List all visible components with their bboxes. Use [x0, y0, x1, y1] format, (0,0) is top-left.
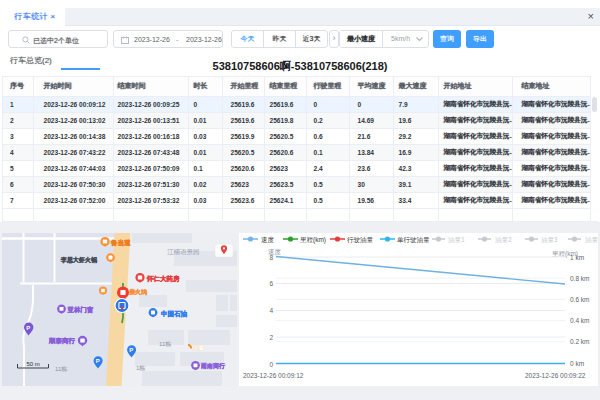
- svg-text:P: P: [26, 325, 30, 331]
- svg-text:速度: 速度: [261, 236, 275, 244]
- svg-text:油量2: 油量2: [495, 236, 512, 244]
- svg-text:0.4 km: 0.4 km: [570, 317, 590, 324]
- svg-text:0 km: 0 km: [570, 360, 584, 367]
- svg-text:50 m: 50 m: [27, 361, 40, 367]
- svg-text:油量1: 油量1: [448, 236, 465, 244]
- svg-text:2023-12-26 00:09:22: 2023-12-26 00:09:22: [525, 372, 586, 379]
- svg-text:里程(km): 里程(km): [300, 236, 326, 244]
- svg-text:4: 4: [269, 307, 273, 314]
- svg-text:中国石油: 中国石油: [161, 310, 188, 318]
- svg-text:1栋: 1栋: [136, 365, 145, 372]
- svg-text:亚林门窗: 亚林门窗: [67, 306, 94, 314]
- svg-text:P: P: [96, 358, 100, 364]
- svg-text:P: P: [129, 347, 133, 353]
- svg-text:11栋: 11栋: [159, 341, 171, 348]
- svg-text:0.6 km: 0.6 km: [570, 296, 590, 303]
- svg-text:油量3: 油量3: [541, 236, 558, 244]
- svg-text:李思大虾火锅: 李思大虾火锅: [60, 256, 97, 264]
- svg-text:8: 8: [269, 254, 273, 261]
- svg-text:2023-12-26 00:09:12: 2023-12-26 00:09:12: [243, 372, 304, 379]
- svg-text:6: 6: [269, 280, 273, 287]
- svg-text:1 km: 1 km: [570, 254, 584, 261]
- svg-text:雨南商行: 雨南商行: [200, 362, 225, 370]
- svg-text:0: 0: [269, 361, 273, 368]
- svg-text:0.2 km: 0.2 km: [570, 338, 590, 345]
- svg-text:0.8 km: 0.8 km: [570, 275, 590, 282]
- svg-text:怀仁大药房: 怀仁大药房: [146, 275, 180, 283]
- svg-text:2: 2: [269, 334, 273, 341]
- svg-text:11栋: 11栋: [55, 366, 67, 373]
- svg-text:川菜: 川菜: [192, 345, 205, 351]
- svg-text:单行驶油量: 单行驶油量: [397, 236, 430, 244]
- svg-text:油量4: 油量4: [585, 236, 598, 244]
- svg-text:顺泰商行: 顺泰商行: [48, 337, 76, 345]
- svg-text:江楠语景园: 江楠语景园: [167, 248, 200, 256]
- svg-text:鲁当道: 鲁当道: [110, 239, 131, 247]
- svg-text:行驶油量: 行驶油量: [347, 236, 374, 244]
